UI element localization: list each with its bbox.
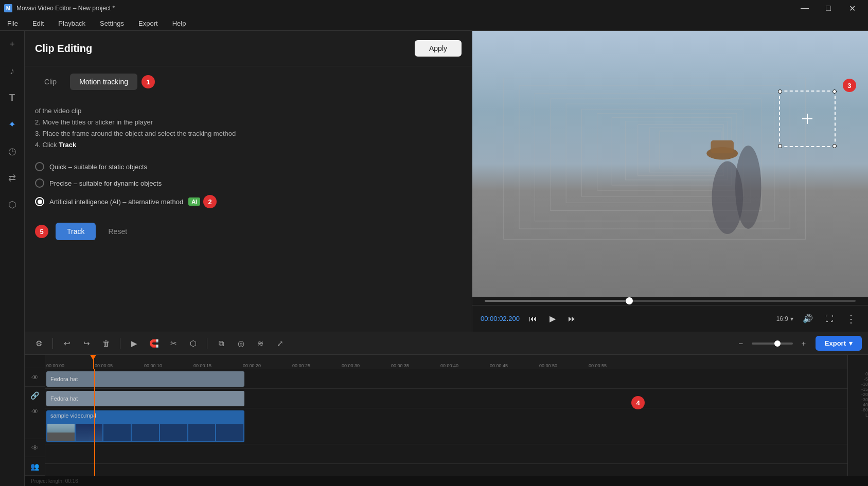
track-label-sticker-2: 🔗 <box>25 387 45 405</box>
mask-tool[interactable]: ⬡ <box>185 336 201 351</box>
radio-precise[interactable]: Precise – suitable for dynamic objects <box>35 178 462 188</box>
color-tool[interactable]: ◎ <box>233 336 249 351</box>
export-button[interactable]: Export ▾ <box>816 336 862 351</box>
track-button[interactable]: Track <box>56 223 96 240</box>
magnetic-snap[interactable]: 🧲 <box>146 336 162 351</box>
zoom-in-button[interactable]: + <box>796 336 811 351</box>
toolbar-sep-3 <box>207 338 207 349</box>
sidebar-icon-effects[interactable]: ✦ <box>4 116 21 133</box>
undo-button[interactable]: ↩ <box>59 336 75 351</box>
tracking-crosshair <box>802 114 812 124</box>
ai-badge: AI <box>188 197 200 206</box>
corner-handle-tr[interactable] <box>832 89 837 94</box>
menu-export[interactable]: Export <box>135 19 161 28</box>
eye-icon-3[interactable]: 👁 <box>31 444 39 452</box>
eye-icon-1[interactable]: 👁 <box>31 373 39 382</box>
audio-5: -5 <box>848 376 868 382</box>
group-icon[interactable]: 👥 <box>30 462 39 471</box>
svg-rect-6 <box>597 113 737 190</box>
svg-point-13 <box>735 146 761 229</box>
thumb-5 <box>160 424 187 441</box>
sidebar-icon-history[interactable]: ◷ <box>4 143 21 159</box>
corner-handle-tl[interactable] <box>778 89 782 94</box>
tab-clip[interactable]: Clip <box>35 74 66 90</box>
svg-rect-7 <box>612 117 732 185</box>
track-label-video: 👁 <box>25 405 45 439</box>
menu-file[interactable]: File <box>4 19 21 28</box>
zoom-thumb <box>774 340 781 347</box>
menu-settings[interactable]: Settings <box>97 19 127 28</box>
timeline-area: ⚙ ↩ ↪ 🗑 ▶ 🧲 ✂ ⬡ ⧉ ◎ ≋ ⤢ − <box>25 332 868 486</box>
clip-editing-panel: Clip Editing Apply Clip Motion tracking … <box>25 31 472 332</box>
radio-ai[interactable]: Artificial intelligence (AI) – alternati… <box>35 195 462 208</box>
ruler-spacer <box>25 355 45 368</box>
select-tool[interactable]: ▶ <box>127 336 142 351</box>
menu-edit[interactable]: Edit <box>29 19 47 28</box>
delete-button[interactable]: 🗑 <box>98 336 114 351</box>
tracking-box[interactable] <box>779 91 836 147</box>
zoom-slider[interactable] <box>752 343 793 345</box>
sidebar-icon-audio[interactable]: ♪ <box>4 63 21 79</box>
sticker-track-1: Fedora hat <box>45 369 847 389</box>
zoom-out-button[interactable]: − <box>733 336 749 351</box>
close-button[interactable]: ✕ <box>840 0 864 16</box>
sidebar-icon-add[interactable]: + <box>4 36 21 52</box>
radio-circle-ai <box>35 197 44 206</box>
track-area: 00:00:00 00:00:05 00:00:10 00:00:15 00:0… <box>45 355 847 476</box>
audio-meter-panel: 0 -5 -10 -15 -20 -30 -40 -60 L <box>847 355 868 476</box>
skip-back-button[interactable]: ⏮ <box>526 312 540 326</box>
sticker-track-2: Fedora hat <box>45 389 847 408</box>
apply-button[interactable]: Apply <box>415 40 462 57</box>
timeline-toolbar: ⚙ ↩ ↪ 🗑 ▶ 🧲 ✂ ⬡ ⧉ ◎ ≋ ⤢ − <box>25 332 868 355</box>
beach-scene: 3 <box>472 31 868 297</box>
instruction-line-4: 4. Click Track <box>35 141 76 149</box>
audio-40: -40 <box>848 402 868 407</box>
more-options-button[interactable]: ⋮ <box>843 311 860 327</box>
sticker-clip-1[interactable]: Fedora hat <box>46 371 244 387</box>
maximize-button[interactable]: □ <box>817 0 840 16</box>
motion-tool[interactable]: ⤢ <box>272 336 288 351</box>
instruction-line-1: of the video clip <box>35 107 81 115</box>
sidebar-icon-transitions[interactable]: ⇄ <box>4 170 21 186</box>
svg-point-14 <box>706 147 738 159</box>
timeline-settings-button[interactable]: ⚙ <box>31 336 46 351</box>
reset-button[interactable]: Reset <box>103 223 132 240</box>
sticker-clip-2[interactable]: Fedora hat <box>46 391 244 406</box>
progress-bar[interactable] <box>485 300 856 302</box>
skip-forward-button[interactable]: ⏭ <box>565 312 579 326</box>
fullscreen-button[interactable]: ⛶ <box>822 312 837 326</box>
ruler-mark-35: 00:00:35 <box>391 363 409 368</box>
ruler-mark-0: 00:00:00 <box>46 363 64 368</box>
tab-motion-tracking[interactable]: Motion tracking <box>70 74 137 90</box>
menu-help[interactable]: Help <box>169 19 189 28</box>
radio-label-quick: Quick – suitable for static objects <box>49 163 147 171</box>
tracking-box-wrapper <box>781 79 840 138</box>
svg-point-12 <box>712 161 743 234</box>
corner-handle-br[interactable] <box>832 144 837 148</box>
cut-tool[interactable]: ✂ <box>166 336 181 351</box>
ruler-mark-15: 00:00:15 <box>193 363 211 368</box>
time-milli: 200 <box>508 315 520 322</box>
sidebar-icon-text[interactable]: T <box>4 89 21 106</box>
crop-tool[interactable]: ⧉ <box>214 336 229 351</box>
thumb-3 <box>103 424 131 441</box>
panel-header: Clip Editing Apply <box>25 31 472 66</box>
audio-tool[interactable]: ≋ <box>253 336 268 351</box>
svg-rect-5 <box>581 109 743 196</box>
sidebar-icon-overlay[interactable]: ⬡ <box>4 196 21 213</box>
link-icon[interactable]: 🔗 <box>30 391 39 400</box>
corner-handle-bl[interactable] <box>778 144 782 148</box>
redo-button[interactable]: ↪ <box>79 336 94 351</box>
menu-playback[interactable]: Playback <box>55 19 88 28</box>
volume-button[interactable]: 🔊 <box>800 312 816 326</box>
video-clip[interactable]: sample video.mp4 <box>46 410 244 442</box>
track-label-audio: 👁 <box>25 439 45 458</box>
eye-icon-2[interactable]: 👁 <box>31 407 39 416</box>
step-badge-1: 1 <box>141 75 155 88</box>
empty-track-1 <box>45 444 847 464</box>
aspect-ratio-selector[interactable]: 16:9 ▾ <box>776 315 793 322</box>
minimize-button[interactable]: — <box>793 0 817 16</box>
play-button[interactable]: ▶ <box>546 312 559 326</box>
radio-quick[interactable]: Quick – suitable for static objects <box>35 162 462 171</box>
tracking-method-group: Quick – suitable for static objects Prec… <box>35 162 462 208</box>
